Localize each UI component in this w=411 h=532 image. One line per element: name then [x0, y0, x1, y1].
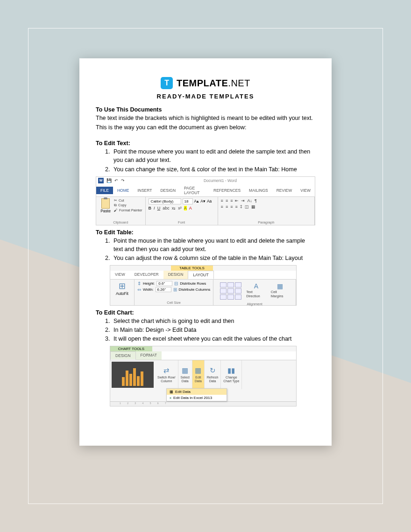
edit-data-small-icon: ▦ — [170, 390, 173, 394]
template-logo-text: TEMPLATE.NET — [177, 78, 250, 89]
change-chart-type-button[interactable]: ▮▮Change Chart Type — [221, 360, 242, 389]
alignment-group: A Text Direction ▦ Cell Margins Alignmen… — [213, 280, 296, 305]
table-tools-ribbon: TABLE TOOLS VIEW DEVELOPER DESIGN LAYOUT… — [110, 265, 297, 306]
font-size-select[interactable]: 18 — [183, 198, 193, 204]
cut-button[interactable]: ✂Cut — [114, 198, 142, 203]
underline-button[interactable]: U — [157, 206, 161, 210]
tab-chart-format[interactable]: FORMAT — [136, 351, 162, 360]
undo-icon[interactable]: ↶ — [114, 178, 118, 183]
sort-icon[interactable]: A↓ — [247, 198, 252, 203]
paste-button[interactable]: Paste — [99, 198, 112, 213]
cell-margins-button[interactable]: ▦ Cell Margins — [271, 282, 289, 300]
save-icon[interactable]: 💾 — [106, 178, 112, 183]
align-center-icon[interactable]: ≡ — [226, 204, 228, 209]
shrink-font-icon[interactable]: A▾ — [200, 199, 206, 203]
italic-button[interactable]: I — [154, 206, 155, 210]
chart-type-icon: ▮▮ — [227, 367, 235, 375]
autofit-button[interactable]: ⊞ AutoFit — [113, 281, 131, 296]
tab-developer[interactable]: DEVELOPER — [130, 271, 163, 279]
edit-table-item-1: Point the mouse in the table where you w… — [112, 237, 315, 253]
edit-data-label: Edit Data — [195, 376, 202, 383]
clipboard-group-label: Clipboard — [99, 220, 142, 224]
width-input[interactable]: 6.26" — [156, 287, 171, 292]
subscript-button[interactable]: x₂ — [172, 206, 176, 210]
clipboard-group: Paste ✂Cut ⧉Copy 🖌Format Painter Clipboa… — [96, 197, 146, 225]
table-ribbon-tabs: VIEW DEVELOPER DESIGN LAYOUT — [110, 271, 296, 280]
strikethrough-button[interactable]: abc — [163, 206, 170, 210]
bullets-icon[interactable]: ≡ — [221, 198, 223, 203]
font-color-button[interactable]: A — [189, 206, 192, 210]
change-type-label: Change Chart Type — [223, 376, 239, 383]
numbering-icon[interactable]: ≡ — [226, 198, 228, 203]
copy-button[interactable]: ⧉Copy — [114, 203, 142, 208]
tab-design[interactable]: DESIGN — [156, 187, 180, 194]
tab-mailings[interactable]: MAILINGS — [245, 187, 272, 194]
logo-row: T TEMPLATE.NET — [96, 77, 315, 89]
refresh-icon: ↻ — [210, 367, 216, 375]
text-direction-icon: A — [254, 282, 258, 290]
bold-button[interactable]: B — [149, 206, 152, 210]
height-input[interactable]: 0.6" — [156, 281, 172, 286]
highlight-button[interactable]: A — [184, 206, 187, 210]
edit-data-excel-menu-item[interactable]: xEdit Data in Excel 2013 — [167, 395, 227, 401]
tab-references[interactable]: REFERENCES — [209, 187, 245, 194]
switch-row-col-button[interactable]: ⇄Switch Row/ Column — [155, 360, 178, 389]
increase-indent-icon[interactable]: ⇥ — [241, 198, 245, 203]
autofit-icon: ⊞ — [119, 281, 126, 291]
cut-label: Cut — [119, 198, 124, 203]
text-direction-button[interactable]: A Text Direction — [246, 282, 266, 300]
document-ruler: 1 2 3 4 5 6 7 — [110, 401, 296, 406]
grow-font-icon[interactable]: A▴ — [194, 199, 199, 203]
chart-data-buttons: ⇄Switch Row/ Column ▦Select Data ▦Edit D… — [155, 360, 242, 389]
edit-text-item-2: You can change the size, font & color of… — [112, 165, 315, 174]
change-case-icon[interactable]: Aa — [207, 199, 212, 203]
show-marks-icon[interactable]: ¶ — [255, 198, 257, 203]
multilevel-icon[interactable]: ≡ — [230, 198, 233, 203]
table-tools-label: TABLE TOOLS — [171, 266, 213, 271]
select-data-button[interactable]: ▦Select Data — [178, 360, 192, 389]
excel-icon: x — [170, 396, 171, 400]
edit-data-button[interactable]: ▦Edit Data — [192, 360, 205, 389]
table-ribbon-body: ⊞ AutoFit ⇕ Height: 0.6" ⊟ Distribute Ro… — [110, 280, 296, 305]
refresh-data-label: Refresh Data — [207, 376, 219, 383]
refresh-data-button[interactable]: ↻Refresh Data — [205, 360, 221, 389]
alignment-grid[interactable] — [220, 282, 241, 300]
chart-style-preview[interactable] — [112, 362, 154, 388]
tab-table-design[interactable]: DESIGN — [163, 271, 188, 279]
align-left-icon[interactable]: ≡ — [221, 204, 223, 209]
select-data-icon: ▦ — [182, 367, 188, 375]
tab-review[interactable]: REVIEW — [272, 187, 297, 194]
format-painter-button[interactable]: 🖌Format Painter — [114, 208, 142, 212]
chart-tools-ribbon: CHART TOOLS DESIGN FORMAT ⇄Switch Row/ C… — [110, 346, 297, 406]
distribute-cols-button[interactable]: Distribute Columns — [179, 287, 211, 292]
superscript-button[interactable]: x² — [178, 206, 182, 210]
borders-icon[interactable]: ▦ — [251, 204, 255, 209]
tab-page-layout[interactable]: PAGE LAYOUT — [180, 184, 209, 196]
shading-icon[interactable]: ◫ — [245, 204, 249, 209]
align-right-icon[interactable]: ≡ — [230, 204, 233, 209]
tab-table-layout[interactable]: LAYOUT — [188, 271, 213, 279]
edit-text-list: Point the mouse where you want to edit a… — [96, 147, 315, 173]
edit-data-menu-item[interactable]: ▦Edit Data — [167, 389, 227, 395]
tab-insert[interactable]: INSERT — [133, 187, 156, 194]
distribute-rows-button[interactable]: Distribute Rows — [180, 281, 206, 286]
chart-tools-label: CHART TOOLS — [110, 346, 152, 351]
decrease-indent-icon[interactable]: ⇤ — [235, 198, 239, 203]
justify-icon[interactable]: ≡ — [235, 204, 237, 209]
format-painter-label: Format Painter — [119, 208, 142, 212]
font-name-select[interactable]: Calibri (Body) — [149, 198, 181, 204]
edit-chart-list: Select the chart which is going to edit … — [96, 317, 315, 343]
edit-table-list: Point the mouse in the table where you w… — [96, 237, 315, 262]
edit-table-heading: To Edit Table: — [96, 229, 315, 236]
cell-margins-icon: ▦ — [277, 282, 283, 290]
tab-chart-design[interactable]: DESIGN — [110, 351, 136, 360]
tab-view[interactable]: VIEW — [296, 187, 315, 194]
tab-home[interactable]: HOME — [113, 187, 134, 194]
scissors-icon: ✂ — [114, 198, 117, 203]
tab-view-2[interactable]: VIEW — [110, 271, 130, 279]
width-label: Width: — [143, 287, 154, 292]
line-spacing-icon[interactable]: ‡ — [240, 204, 242, 209]
tab-file[interactable]: FILE — [96, 187, 113, 194]
redo-icon[interactable]: ↷ — [121, 178, 125, 183]
dist-rows-icon: ⊟ — [174, 281, 178, 286]
